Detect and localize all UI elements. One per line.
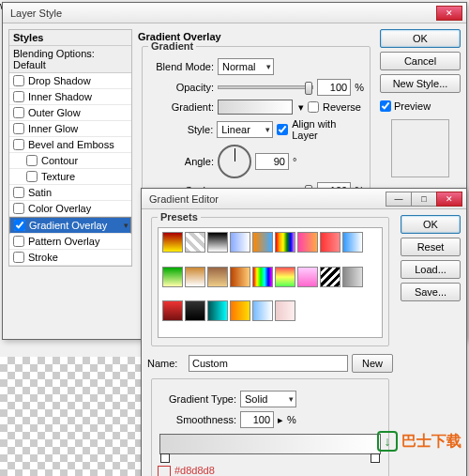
- preset-swatch[interactable]: [342, 232, 363, 253]
- preset-swatch[interactable]: [207, 300, 228, 321]
- preset-swatch[interactable]: [230, 300, 250, 321]
- preset-swatch[interactable]: [230, 267, 250, 287]
- style-item[interactable]: Color Overlay: [9, 201, 131, 217]
- deg-label: °: [293, 156, 296, 167]
- type-label: Gradient Type:: [158, 393, 236, 405]
- preset-swatch[interactable]: [297, 267, 318, 287]
- cancel-button[interactable]: Cancel: [380, 52, 461, 70]
- preset-swatch[interactable]: [185, 267, 205, 287]
- preset-grid: [158, 227, 383, 338]
- titlebar[interactable]: Layer Style ✕: [3, 3, 466, 23]
- style-checkbox[interactable]: [13, 91, 24, 102]
- style-checkbox[interactable]: [13, 252, 24, 263]
- style-checkbox[interactable]: [26, 171, 38, 182]
- new-style-button[interactable]: New Style...: [380, 74, 461, 93]
- preset-swatch[interactable]: [320, 232, 340, 253]
- preset-swatch[interactable]: [207, 232, 228, 253]
- preset-swatch[interactable]: [320, 267, 340, 287]
- preview-label: Preview: [394, 100, 431, 112]
- style-checkbox[interactable]: [13, 203, 24, 214]
- style-item[interactable]: Satin: [9, 185, 131, 201]
- new-button[interactable]: New: [352, 354, 393, 373]
- opacity-slider[interactable]: [218, 85, 313, 89]
- styles-header[interactable]: Styles: [9, 30, 131, 46]
- style-item[interactable]: Pattern Overlay: [9, 234, 131, 250]
- blend-mode-label: Blend Mode:: [148, 61, 214, 72]
- preset-swatch[interactable]: [252, 300, 273, 321]
- preset-swatch[interactable]: [275, 267, 295, 287]
- style-checkbox[interactable]: [14, 220, 25, 231]
- align-checkbox[interactable]: [277, 124, 288, 135]
- style-item[interactable]: Contour: [9, 153, 131, 169]
- pct-label: %: [355, 82, 364, 93]
- style-checkbox[interactable]: [13, 236, 24, 247]
- blend-mode-select[interactable]: Normal: [218, 58, 274, 75]
- name-input[interactable]: [189, 355, 348, 372]
- ok-button[interactable]: OK: [380, 29, 461, 48]
- style-checkbox[interactable]: [13, 123, 24, 134]
- color-stop[interactable]: [160, 453, 170, 463]
- close-icon[interactable]: ✕: [436, 6, 462, 21]
- style-select[interactable]: Linear: [217, 121, 273, 138]
- reverse-checkbox[interactable]: [308, 101, 319, 113]
- smoothness-value[interactable]: 100: [240, 411, 274, 428]
- style-item[interactable]: Texture: [9, 169, 131, 185]
- style-item[interactable]: Inner Glow: [9, 121, 131, 137]
- titlebar[interactable]: Gradient Editor — □ ✕: [142, 189, 466, 209]
- style-checkbox[interactable]: [13, 139, 24, 150]
- preset-swatch[interactable]: [252, 232, 273, 253]
- style-label: Inner Shadow: [28, 91, 92, 102]
- name-label: Name:: [147, 358, 185, 369]
- type-select[interactable]: Solid: [240, 391, 296, 407]
- gradient-label: Gradient:: [148, 101, 214, 113]
- style-label: Color Overlay: [28, 203, 91, 214]
- style-checkbox[interactable]: [13, 187, 24, 198]
- blending-header[interactable]: Blending Options: Default: [9, 46, 131, 73]
- preset-swatch[interactable]: [252, 267, 273, 287]
- stop-color-chip[interactable]: [158, 466, 171, 476]
- preset-swatch[interactable]: [162, 232, 183, 253]
- preset-swatch[interactable]: [185, 300, 205, 321]
- preset-swatch[interactable]: [162, 267, 183, 287]
- smoothness-label: Smoothness:: [158, 414, 236, 425]
- opacity-value[interactable]: 100: [317, 79, 351, 96]
- gradient-swatch[interactable]: [218, 100, 293, 115]
- preset-swatch[interactable]: [162, 300, 183, 321]
- style-item[interactable]: Gradient Overlay: [9, 217, 131, 234]
- preset-swatch[interactable]: [275, 232, 295, 253]
- style-item[interactable]: Bevel and Emboss: [9, 137, 131, 153]
- load-button[interactable]: Load...: [401, 260, 461, 279]
- style-checkbox[interactable]: [26, 155, 38, 166]
- style-item[interactable]: Outer Glow: [9, 105, 131, 121]
- color-stop[interactable]: [371, 453, 380, 463]
- presets-label: Presets: [158, 211, 201, 223]
- style-label: Drop Shadow: [28, 75, 91, 86]
- pct-label: %: [287, 414, 296, 425]
- style-label: Style:: [148, 124, 213, 135]
- style-label: Stroke: [28, 252, 58, 263]
- style-item[interactable]: Inner Shadow: [9, 89, 131, 105]
- preset-swatch[interactable]: [230, 232, 250, 253]
- minimize-icon[interactable]: —: [386, 192, 412, 207]
- preset-swatch[interactable]: [207, 267, 228, 287]
- close-icon[interactable]: ✕: [436, 192, 462, 207]
- style-checkbox[interactable]: [13, 75, 24, 86]
- style-item[interactable]: Drop Shadow: [9, 73, 131, 89]
- preset-swatch[interactable]: [297, 232, 318, 253]
- reset-button[interactable]: Reset: [401, 238, 461, 256]
- angle-dial[interactable]: [218, 145, 251, 178]
- style-checkbox[interactable]: [13, 107, 24, 118]
- maximize-icon[interactable]: □: [411, 192, 437, 207]
- save-button[interactable]: Save...: [401, 283, 461, 301]
- preview-checkbox[interactable]: [380, 100, 391, 112]
- preset-swatch[interactable]: [275, 300, 295, 321]
- preset-swatch[interactable]: [185, 232, 205, 253]
- opacity-label: Opacity:: [148, 82, 214, 93]
- canvas-checkerboard: [0, 357, 150, 476]
- preset-swatch[interactable]: [342, 267, 363, 287]
- style-item[interactable]: Stroke: [9, 250, 131, 266]
- ok-button[interactable]: OK: [401, 215, 461, 234]
- stop-color-hex: #d8d8d8: [174, 465, 215, 476]
- angle-value[interactable]: 90: [255, 153, 289, 170]
- gradient-bar[interactable]: [159, 434, 381, 454]
